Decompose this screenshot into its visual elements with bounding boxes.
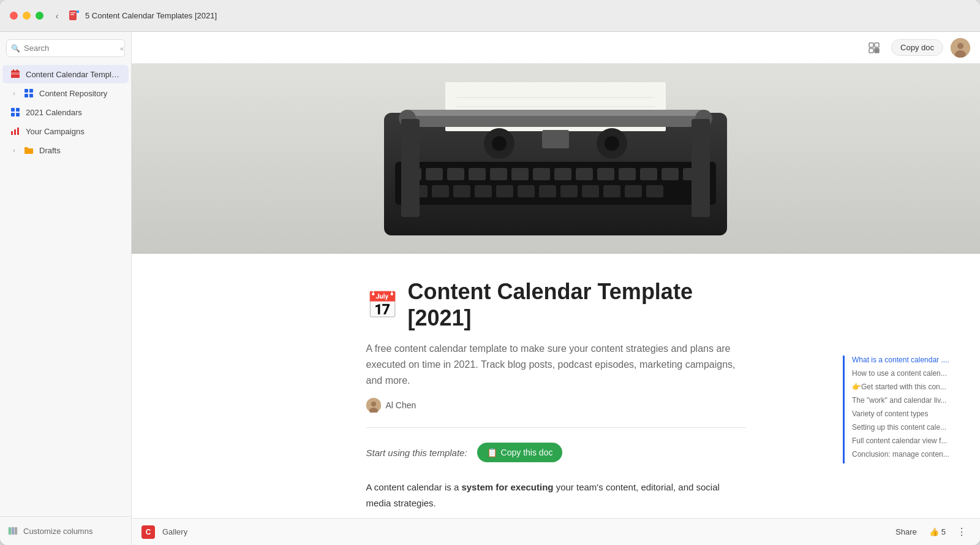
- svg-rect-17: [11, 131, 13, 135]
- sidebar-item-content-repository[interactable]: › Content Repository: [2, 84, 129, 102]
- like-icon: 👍: [929, 527, 939, 536]
- svg-rect-22: [15, 527, 17, 535]
- svg-rect-59: [475, 185, 492, 197]
- svg-rect-1: [70, 12, 75, 13]
- svg-rect-57: [432, 185, 449, 197]
- like-button[interactable]: 👍 5: [929, 527, 946, 536]
- search-icon: 🔍: [11, 44, 20, 53]
- svg-rect-25: [869, 48, 873, 53]
- svg-rect-23: [869, 43, 873, 47]
- doc-emoji: 📅: [366, 290, 398, 320]
- svg-rect-65: [603, 185, 620, 197]
- sidebar-item-label: Drafts: [39, 146, 121, 155]
- svg-rect-21: [12, 527, 14, 535]
- columns-icon: [7, 525, 18, 536]
- svg-rect-58: [453, 185, 470, 197]
- doc-paragraph-1: A content calendar is a system for execu…: [366, 479, 746, 511]
- svg-rect-69: [692, 119, 710, 217]
- back-button[interactable]: ‹: [51, 10, 63, 22]
- svg-rect-12: [29, 94, 33, 97]
- minimize-button[interactable]: [23, 12, 31, 20]
- folder-orange-icon: [23, 145, 34, 156]
- copy-doc-button[interactable]: Copy doc: [891, 39, 943, 56]
- chevron-right-icon: ›: [10, 89, 18, 97]
- svg-rect-52: [619, 168, 636, 180]
- grid-blue-2-icon: [10, 107, 21, 118]
- svg-rect-24: [875, 43, 879, 47]
- toc-item-4[interactable]: The "work" and calendar liv...: [852, 396, 965, 405]
- svg-rect-19: [17, 128, 19, 135]
- sidebar-nav: Content Calendar Template [2 › Content R…: [0, 64, 131, 516]
- svg-rect-15: [11, 113, 15, 116]
- svg-rect-67: [646, 185, 663, 197]
- svg-rect-68: [401, 119, 420, 217]
- table-of-contents: What is a content calendar .... How to u…: [843, 356, 965, 463]
- typewriter-illustration: [132, 64, 980, 254]
- svg-rect-45: [469, 168, 486, 180]
- toc-item-5[interactable]: Variety of content types: [852, 410, 965, 418]
- sidebar-item-your-campaigns[interactable]: Your Campaigns: [2, 122, 129, 140]
- toc-item-2[interactable]: How to use a content calen...: [852, 369, 965, 378]
- svg-point-76: [371, 402, 376, 406]
- svg-rect-2: [70, 14, 74, 15]
- customize-columns-item[interactable]: Customize columns: [0, 522, 131, 540]
- calendar-red-icon: [10, 69, 21, 80]
- sidebar-item-label: Your Campaigns: [26, 127, 121, 136]
- gallery-section: C Gallery: [141, 525, 187, 539]
- doc-description: A free content calendar template to make…: [366, 341, 746, 388]
- toc-item-1[interactable]: What is a content calendar ....: [852, 356, 965, 364]
- hero-image: [132, 64, 980, 254]
- svg-rect-14: [16, 108, 20, 112]
- search-bar: 🔍 «: [6, 39, 125, 57]
- sidebar: 🔍 « Content Cale: [0, 32, 132, 545]
- svg-rect-16: [16, 113, 20, 116]
- doc-title: Content Calendar Template [2021]: [408, 278, 746, 331]
- doc-content: 📅 Content Calendar Template [2021] A fre…: [342, 254, 771, 518]
- svg-rect-46: [490, 168, 507, 180]
- customize-columns-label: Customize columns: [23, 527, 92, 536]
- svg-rect-20: [9, 527, 11, 535]
- sidebar-item-content-calendar-template[interactable]: Content Calendar Template [2: [2, 65, 129, 83]
- toc-item-7[interactable]: Full content calendar view f...: [852, 436, 965, 445]
- toc-item-6[interactable]: Setting up this content cale...: [852, 423, 965, 432]
- user-avatar[interactable]: [951, 38, 970, 58]
- gallery-label: Gallery: [162, 527, 187, 536]
- sidebar-bottom: Customize columns: [0, 516, 131, 545]
- like-count-value: 5: [941, 527, 946, 536]
- start-using-text: Start using this template:: [366, 448, 467, 458]
- maximize-button[interactable]: [36, 12, 43, 20]
- collapse-sidebar-button[interactable]: «: [120, 45, 124, 52]
- share-button[interactable]: Share: [891, 525, 922, 539]
- search-input[interactable]: [6, 39, 125, 57]
- author-avatar: [366, 398, 381, 413]
- right-panel: Copy doc: [132, 32, 980, 545]
- svg-rect-53: [640, 168, 657, 180]
- svg-rect-60: [496, 185, 513, 197]
- toc-item-3[interactable]: 👉Get started with this con...: [852, 383, 965, 391]
- svg-rect-11: [24, 94, 28, 97]
- svg-rect-8: [17, 69, 18, 72]
- doc-body[interactable]: 📅 Content Calendar Template [2021] A fre…: [132, 64, 980, 518]
- more-options-button[interactable]: ⋮: [953, 524, 970, 541]
- copy-icon: 📋: [487, 448, 497, 457]
- svg-rect-0: [69, 10, 77, 20]
- close-button[interactable]: [10, 12, 18, 20]
- coda-icon: C: [141, 525, 155, 539]
- content-divider: [366, 427, 746, 428]
- titlebar: ‹ 5 Content Calendar Templates [2021]: [0, 0, 980, 32]
- toc-item-8[interactable]: Conclusion: manage conten...: [852, 450, 965, 459]
- svg-rect-9: [24, 89, 28, 93]
- sidebar-item-2021-calendars[interactable]: 2021 Calendars: [2, 103, 129, 121]
- copy-this-doc-button[interactable]: 📋 Copy this doc: [477, 443, 563, 462]
- svg-rect-63: [560, 185, 578, 197]
- svg-rect-54: [662, 168, 679, 180]
- copy-this-doc-label: Copy this doc: [501, 448, 553, 457]
- svg-rect-51: [597, 168, 614, 180]
- svg-point-71: [492, 136, 507, 151]
- sidebar-item-drafts[interactable]: › Drafts: [2, 141, 129, 159]
- svg-rect-64: [582, 185, 599, 197]
- svg-rect-10: [29, 89, 33, 93]
- svg-rect-47: [511, 168, 529, 180]
- svg-rect-74: [542, 130, 569, 148]
- expand-icon-button[interactable]: [864, 38, 884, 58]
